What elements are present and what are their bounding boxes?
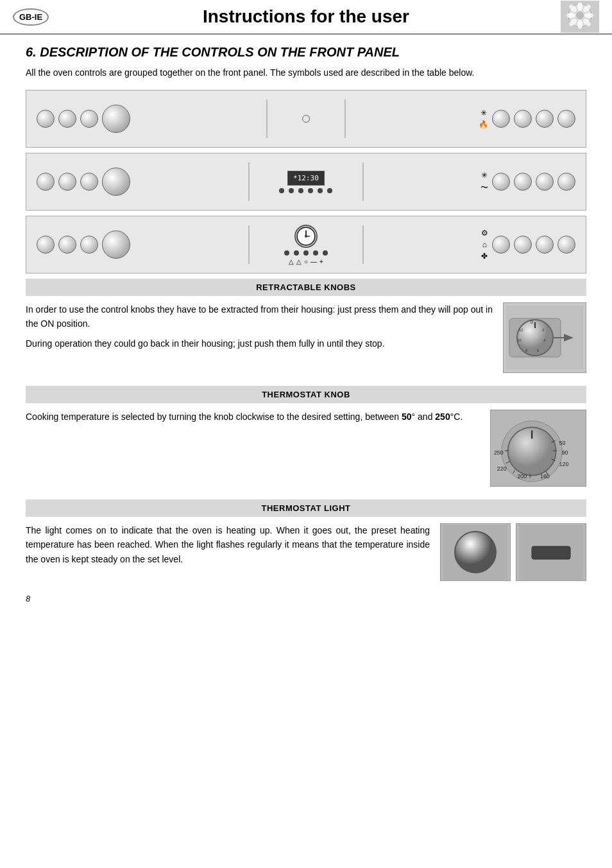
knob-p3-4 — [492, 236, 510, 254]
panel-icons-p3: ⚙ ⌂ ✤ — [481, 229, 488, 261]
thermostat-knob-section: THERMOSTAT KNOB Cooking temperature is s… — [26, 386, 586, 487]
svg-text:160: 160 — [540, 473, 550, 480]
knob-p3-2 — [58, 236, 76, 254]
light-images-container — [440, 523, 586, 581]
retractable-knobs-section: RETRACTABLE KNOBS In order to use the co… — [26, 279, 586, 373]
flame-icon-p3: ⌂ — [482, 240, 487, 249]
panel-divider-p3-2 — [362, 225, 364, 264]
knob-p2-6 — [536, 173, 554, 191]
svg-text:120: 120 — [559, 461, 569, 467]
sun-icon-2: ✳ — [481, 171, 488, 180]
dot-5 — [318, 188, 323, 193]
svg-text:10: 10 — [517, 338, 522, 342]
knob-p3-5 — [514, 236, 532, 254]
knob-p2-3 — [80, 173, 98, 191]
p3-dot-5 — [323, 250, 328, 256]
thermostat-knob-label: THERMOSTAT KNOB — [26, 386, 586, 403]
knob-4 — [492, 110, 510, 128]
p3-sym-1: △ — [289, 258, 294, 265]
retractable-knob-image: 0 12 2 10 4 8 6 — [503, 302, 586, 373]
oven-panel-2: *12:30 ✳ 〜 — [26, 153, 586, 211]
knob-thermo-1 — [102, 105, 130, 133]
knob-p2-2 — [58, 173, 76, 191]
knob-3 — [80, 110, 98, 128]
p3-sym-5: + — [319, 258, 323, 265]
knob-p2-7 — [557, 173, 575, 191]
thermostat-light-label: THERMOSTAT LIGHT — [26, 499, 586, 517]
thermostat-light-section: THERMOSTAT LIGHT The light comes on to i… — [26, 499, 586, 581]
thermostat-light-text: The light comes on to indicate that the … — [26, 523, 430, 566]
retractable-knobs-label: RETRACTABLE KNOBS — [26, 279, 586, 296]
svg-text:50: 50 — [559, 440, 566, 446]
panel-divider-p2-2 — [362, 162, 364, 201]
svg-point-9 — [576, 12, 584, 19]
country-logo: GB-IE — [13, 8, 49, 26]
gear-icon-p3: ⚙ — [481, 229, 488, 238]
wave-icon: 〜 — [480, 182, 488, 193]
knob-p2-thermo — [102, 168, 130, 196]
thermostat-knob-image: 50 90 120 160 200 220 250 — [490, 410, 586, 487]
svg-text:12: 12 — [519, 328, 523, 332]
svg-point-2 — [577, 20, 582, 29]
knob-p2-5 — [514, 173, 532, 191]
knob-p3-3 — [80, 236, 98, 254]
brand-logo — [561, 1, 599, 33]
p3-sym-4: — — [310, 258, 317, 265]
thermostat-knob-text: Cooking temperature is selected by turni… — [26, 410, 480, 424]
panel-divider-p3 — [248, 225, 250, 264]
dot-6 — [327, 188, 332, 193]
panel-icons-right: ✳ 🔥 — [479, 108, 488, 129]
p3-sym-3: ○ — [304, 258, 308, 265]
svg-point-4 — [584, 13, 593, 18]
p3-dot-3 — [303, 250, 309, 256]
knob-6 — [536, 110, 554, 128]
knob-1 — [37, 110, 55, 128]
dot-4 — [308, 188, 313, 193]
dot-1 — [279, 188, 284, 193]
panel-divider-p2 — [248, 162, 250, 201]
sun-icon: ✳ — [480, 108, 487, 117]
knob-p3-7 — [557, 236, 575, 254]
knob-7 — [557, 110, 575, 128]
light-on-image — [440, 523, 511, 581]
svg-text:250: 250 — [494, 449, 504, 456]
light-off-image — [516, 523, 586, 581]
panel-divider-2 — [344, 100, 346, 138]
oven-panel-1: ✳ 🔥 — [26, 90, 586, 148]
retractable-knobs-text: In order to use the control knobs they h… — [26, 302, 493, 351]
knob-5 — [514, 110, 532, 128]
p3-sym-2: △ — [296, 258, 302, 265]
knob-p2-1 — [37, 173, 55, 191]
p3-dot-4 — [313, 250, 318, 256]
flame-icon: 🔥 — [479, 120, 488, 129]
knob-p3-1 — [37, 236, 55, 254]
intro-text: All the oven controls are grouped togeth… — [26, 66, 586, 80]
timer-display: *12:30 — [287, 171, 325, 186]
page-number: 8 — [26, 594, 586, 603]
page-header: GB-IE Instructions for the user — [0, 0, 612, 35]
extra-icon-p3: ✤ — [481, 252, 488, 261]
knob-2 — [58, 110, 76, 128]
svg-text:220: 220 — [497, 465, 507, 472]
page-title: Instructions for the user — [203, 6, 409, 27]
panel-divider — [266, 100, 268, 138]
svg-rect-49 — [532, 546, 570, 559]
svg-text:200: 200 — [517, 473, 527, 480]
dot-3 — [298, 188, 303, 193]
knob-p3-thermo — [102, 230, 130, 259]
oven-panel-3: △ △ ○ — + ⚙ ⌂ ✤ — [26, 216, 586, 273]
svg-text:90: 90 — [562, 449, 568, 456]
knob-p2-4 — [492, 173, 510, 191]
clock-display — [294, 225, 318, 248]
svg-point-13 — [305, 235, 307, 238]
svg-point-47 — [455, 532, 496, 573]
main-content: 6. DESCRIPTION OF THE CONTROLS ON THE FR… — [0, 35, 612, 614]
p3-dot-1 — [284, 250, 289, 256]
panel-icons-p2: ✳ 〜 — [480, 171, 488, 193]
p3-dot-2 — [294, 250, 299, 256]
knob-p3-6 — [536, 236, 554, 254]
svg-point-3 — [566, 13, 575, 18]
dot-2 — [289, 188, 294, 193]
svg-text:0: 0 — [531, 320, 533, 324]
section-heading: 6. DESCRIPTION OF THE CONTROLS ON THE FR… — [26, 45, 586, 60]
